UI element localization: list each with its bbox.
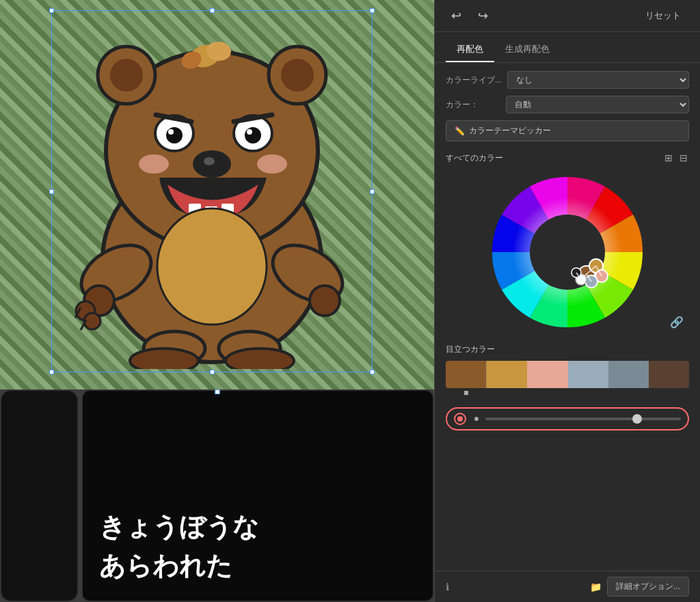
- svg-point-3: [110, 59, 143, 92]
- svg-point-38: [130, 348, 198, 369]
- eyedropper-icon: ✏️: [455, 126, 465, 136]
- tab-recolor[interactable]: 再配色: [446, 38, 494, 62]
- svg-point-14: [245, 127, 261, 143]
- right-panel: ↩ ↪ リセット 再配色 生成再配色 カラーライブ... なし カラー： 自動 …: [434, 0, 700, 602]
- canvas-area: きょうぼうな あらわれた: [0, 0, 434, 602]
- swatch-4[interactable]: [608, 361, 649, 388]
- color-theme-picker-button[interactable]: ✏️ カラーテーマピッカー: [446, 120, 689, 141]
- chain-icon[interactable]: 🔗: [670, 316, 684, 329]
- swatch-5[interactable]: [649, 361, 689, 388]
- layout-icon-btn[interactable]: ⊟: [678, 151, 689, 165]
- swatch-3[interactable]: [568, 361, 608, 388]
- color-library-row: カラーライブ... なし: [446, 71, 689, 89]
- svg-point-39: [226, 348, 294, 369]
- reset-button[interactable]: リセット: [637, 7, 689, 25]
- radio-dot-inner: [457, 416, 463, 422]
- slider-track[interactable]: [485, 418, 681, 420]
- svg-point-10: [166, 127, 183, 143]
- panel-middle: きょうぼうな あらわれた: [81, 389, 434, 602]
- svg-point-15: [247, 129, 252, 135]
- slider-thumb[interactable]: [632, 414, 642, 424]
- color-wheel-svg: [485, 170, 649, 334]
- svg-point-34: [310, 286, 340, 316]
- grid-icon-btn[interactable]: ⊞: [663, 151, 674, 165]
- color-library-label: カラーライブ...: [446, 74, 502, 86]
- swatch-2[interactable]: [527, 361, 567, 388]
- color-wheel-title: すべてのカラー: [446, 152, 503, 164]
- prominent-title: 目立つカラー: [446, 344, 689, 355]
- canvas-text-line2: あらわれた: [99, 548, 416, 587]
- svg-point-35: [157, 208, 267, 325]
- color-select[interactable]: 自動: [506, 96, 689, 113]
- canvas-image: [0, 0, 434, 389]
- bear-svg: [55, 14, 369, 369]
- panel-content: カラーライブ... なし カラー： 自動 ✏️ カラーテーマピッカー すべてのカ…: [435, 63, 700, 571]
- bear-character: [55, 14, 369, 369]
- svg-point-25: [139, 154, 169, 174]
- slider-section: [446, 407, 689, 430]
- bottom-bar: ℹ 📁 詳細オプション...: [435, 571, 700, 602]
- color-wheel-section: すべてのカラー ⊞ ⊟: [446, 151, 689, 334]
- swatch-0[interactable]: [446, 361, 486, 388]
- tabs: 再配色 生成再配色: [435, 32, 700, 63]
- prominent-section: 目立つカラー: [446, 344, 689, 398]
- svg-point-5: [281, 59, 314, 92]
- info-icon[interactable]: ℹ: [446, 582, 449, 592]
- undo-button[interactable]: ↩: [446, 5, 467, 26]
- color-label: カラー：: [446, 99, 500, 111]
- canvas-text-line1: きょうぼうな: [99, 509, 416, 548]
- swatch-1[interactable]: [486, 361, 527, 388]
- dot-indicator: [474, 417, 479, 421]
- wheel-container: 🔗: [446, 170, 689, 334]
- tab-gen-recolor[interactable]: 生成再配色: [494, 38, 561, 62]
- detail-options-button[interactable]: 詳細オプション...: [607, 577, 689, 597]
- color-library-select[interactable]: なし: [507, 71, 689, 89]
- section-icons: ⊞ ⊟: [663, 151, 689, 165]
- toolbar: ↩ ↪ リセット: [435, 0, 700, 32]
- prominent-colors: [446, 361, 689, 388]
- color-theme-picker-label: カラーテーマピッカー: [469, 125, 551, 137]
- bottom-panels: きょうぼうな あらわれた: [0, 389, 434, 602]
- redo-button[interactable]: ↪: [472, 5, 494, 26]
- section-header: すべてのカラー ⊞ ⊟: [446, 151, 689, 165]
- svg-point-26: [257, 154, 287, 174]
- radio-dot[interactable]: [454, 413, 466, 425]
- color-row: カラー： 自動: [446, 96, 689, 113]
- folder-icon[interactable]: 📁: [590, 582, 602, 592]
- svg-point-18: [204, 157, 215, 165]
- svg-point-11: [168, 129, 174, 135]
- panel-left: [0, 389, 79, 602]
